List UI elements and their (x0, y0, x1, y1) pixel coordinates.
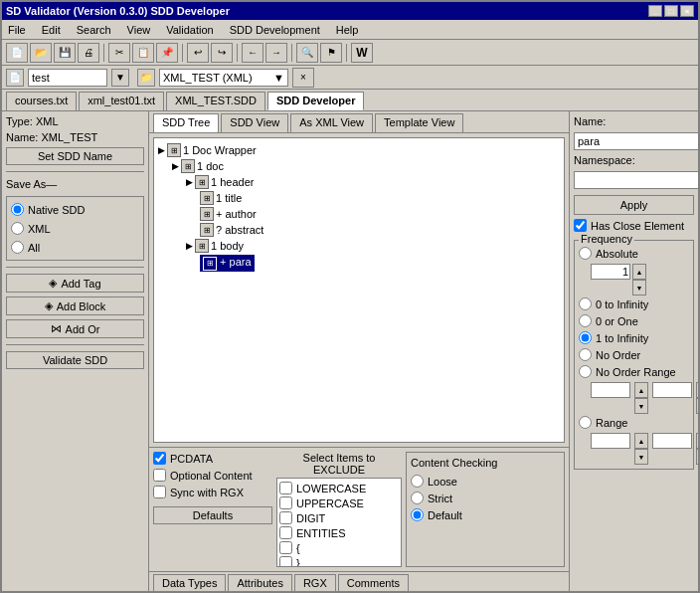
menu-help[interactable]: Help (332, 23, 363, 37)
content-strict-row[interactable]: Strict (411, 490, 560, 506)
exclude-brace-open-cb[interactable] (279, 541, 292, 554)
absolute-up-btn[interactable]: ▲ (632, 264, 646, 280)
absolute-down-btn[interactable]: ▼ (632, 280, 646, 296)
absolute-value-input[interactable] (591, 264, 630, 280)
freq-zero-one-row[interactable]: 0 or One (579, 312, 689, 329)
exclude-uppercase-cb[interactable] (279, 496, 292, 509)
freq-one-infinity-row[interactable]: 1 to Infinity (579, 329, 689, 346)
content-default-radio[interactable] (411, 508, 424, 521)
apply-button[interactable]: Apply (574, 195, 694, 215)
menu-view[interactable]: View (123, 23, 155, 37)
tab-rgx[interactable]: RGX (294, 574, 336, 591)
close-combo-btn[interactable]: × (292, 68, 314, 88)
has-close-checkbox[interactable] (574, 219, 587, 232)
pcdata-checkbox[interactable] (153, 452, 166, 465)
toolbar-print[interactable]: 🖨 (78, 43, 99, 63)
toolbar-save[interactable]: 💾 (54, 43, 76, 63)
tab-courses[interactable]: courses.txt (6, 92, 77, 110)
exclude-brace-close[interactable]: } (279, 555, 399, 567)
tab-sdd-tree[interactable]: SDD Tree (153, 113, 219, 132)
exclude-entities[interactable]: ENTITIES (279, 525, 399, 540)
minimize-button[interactable]: _ (648, 5, 662, 17)
toolbar-new[interactable]: 📄 (6, 43, 28, 63)
tab-as-xml-view[interactable]: As XML View (290, 113, 373, 132)
sync-rgx-row[interactable]: Sync with RGX (153, 486, 272, 498)
name-input[interactable] (574, 132, 698, 150)
exclude-list[interactable]: LOWERCASE UPPERCASE DIGIT (276, 478, 402, 567)
freq-no-order-row[interactable]: No Order (579, 346, 689, 363)
toolbar-open[interactable]: 📂 (30, 43, 52, 63)
toolbar-find[interactable]: 🔍 (296, 43, 318, 63)
exclude-lowercase[interactable]: LOWERCASE (279, 481, 399, 495)
freq-no-order-range-radio[interactable] (579, 365, 592, 378)
toolbar-w[interactable]: W (351, 43, 373, 63)
tab-sdd-view[interactable]: SDD View (221, 113, 288, 132)
menu-sdd-development[interactable]: SDD Development (226, 23, 324, 37)
pcdata-checkbox-row[interactable]: PCDATA (153, 452, 272, 465)
content-loose-radio[interactable] (411, 475, 424, 488)
freq-zero-infinity-radio[interactable] (579, 297, 592, 310)
toolbar-forward[interactable]: → (265, 43, 287, 63)
freq-zero-one-radio[interactable] (579, 314, 592, 327)
freq-absolute-row[interactable]: Absolute (579, 245, 689, 262)
tab-template-view[interactable]: Template View (375, 113, 463, 132)
nor-v1-down[interactable]: ▼ (634, 398, 648, 414)
nor-v2-down[interactable]: ▼ (696, 398, 698, 414)
radio-native-sdd[interactable]: Native SDD (11, 201, 139, 218)
optional-content-checkbox[interactable] (153, 469, 166, 482)
menu-validation[interactable]: Validation (162, 23, 218, 37)
exclude-brace-close-cb[interactable] (279, 556, 292, 567)
exclude-digit[interactable]: DIGIT (279, 510, 399, 525)
tab-xml-test-sdd[interactable]: XML_TEST.SDD (166, 92, 265, 110)
tree-selected-para[interactable]: ⊞ + para (200, 255, 255, 272)
toolbar-paste[interactable]: 📌 (156, 43, 178, 63)
tab-xml-test01[interactable]: xml_test01.txt (79, 92, 164, 110)
expand-arrow[interactable]: ▶ (158, 145, 165, 155)
menu-search[interactable]: Search (73, 23, 115, 37)
freq-absolute-radio[interactable] (579, 247, 592, 260)
freq-range-radio[interactable] (579, 416, 592, 429)
toolbar-redo[interactable]: ↪ (211, 43, 233, 63)
freq-one-infinity-radio[interactable] (579, 331, 592, 344)
tree-row-para[interactable]: ⊞ + para (158, 254, 560, 273)
toolbar-back[interactable]: ← (242, 43, 263, 63)
content-strict-radio[interactable] (411, 492, 424, 504)
namespace-input[interactable] (574, 171, 698, 189)
freq-range-row[interactable]: Range (579, 414, 689, 431)
search-input[interactable] (28, 69, 107, 87)
range-val1[interactable] (591, 433, 630, 449)
xml-combo[interactable]: XML_TEST (XML) ▼ (159, 69, 288, 87)
tab-data-types[interactable]: Data Types (153, 574, 226, 591)
sync-rgx-checkbox[interactable] (153, 486, 166, 498)
menu-file[interactable]: File (4, 23, 30, 37)
content-default-row[interactable]: Default (411, 506, 560, 523)
add-tag-button[interactable]: ◈ Add Tag (6, 274, 144, 293)
content-loose-row[interactable]: Loose (411, 473, 560, 490)
maximize-button[interactable]: □ (664, 5, 678, 17)
expand-arrow-doc[interactable]: ▶ (172, 161, 179, 171)
no-order-range-val2[interactable] (652, 382, 692, 398)
has-close-row[interactable]: Has Close Element (574, 219, 694, 232)
exclude-digit-cb[interactable] (279, 511, 292, 524)
toolbar-undo[interactable]: ↩ (187, 43, 209, 63)
exclude-brace-open[interactable]: { (279, 540, 399, 555)
freq-no-order-range-row[interactable]: No Order Range (579, 363, 689, 380)
defaults-button[interactable]: Defaults (153, 506, 272, 524)
expand-arrow-header[interactable]: ▶ (186, 177, 193, 187)
expand-arrow-body[interactable]: ▶ (186, 241, 193, 251)
dropdown-icon[interactable]: ▼ (111, 69, 129, 87)
set-sdd-name-button[interactable]: Set SDD Name (6, 147, 144, 165)
range-v1-down[interactable]: ▼ (634, 449, 648, 465)
exclude-lowercase-cb[interactable] (279, 482, 292, 494)
exclude-uppercase[interactable]: UPPERCASE (279, 495, 399, 510)
add-block-button[interactable]: ◈ Add Block (6, 296, 144, 315)
toolbar-copy[interactable]: 📋 (132, 43, 154, 63)
tab-comments[interactable]: Comments (338, 574, 409, 591)
freq-no-order-radio[interactable] (579, 348, 592, 361)
add-or-button[interactable]: ⋈ Add Or (6, 319, 144, 338)
tab-sdd-developer[interactable]: SDD Developer (267, 92, 364, 110)
range-v2-up[interactable]: ▲ (696, 433, 698, 449)
range-v1-up[interactable]: ▲ (634, 433, 648, 449)
toolbar-cut[interactable]: ✂ (108, 43, 130, 63)
no-order-range-val1[interactable] (591, 382, 630, 398)
